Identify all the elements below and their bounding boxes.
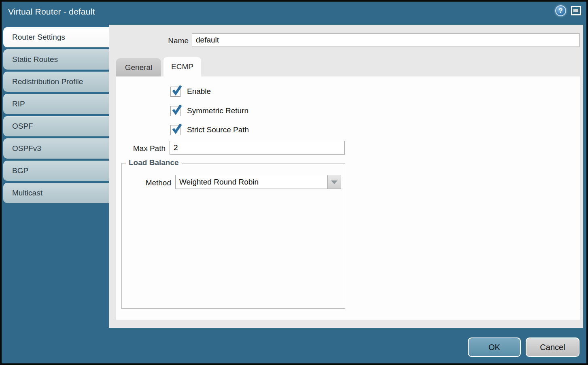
sidebar-item-static-routes[interactable]: Static Routes (3, 49, 109, 70)
strict-source-path-checkbox[interactable] (170, 125, 180, 135)
name-input[interactable] (192, 33, 580, 47)
sidebar-item-multicast[interactable]: Multicast (3, 183, 109, 203)
cancel-button[interactable]: Cancel (526, 337, 580, 357)
name-label: Name (109, 36, 189, 45)
dialog-title: Virtual Router - default (8, 7, 95, 17)
sidebar-item-ospf[interactable]: OSPF (3, 116, 109, 136)
sidebar-item-router-settings[interactable]: Router Settings (3, 27, 109, 47)
sidebar-item-ospfv3[interactable]: OSPFv3 (3, 138, 109, 159)
tab-ecmp[interactable]: ECMP (163, 57, 201, 76)
method-label: Method (122, 178, 171, 187)
sidebar-item-rip[interactable]: RIP (3, 94, 109, 114)
chevron-down-icon[interactable] (327, 175, 341, 189)
strict-source-path-row: Strict Source Path (170, 124, 249, 136)
ecmp-tab-content: Enable Symmetric Return Strict Source Pa… (116, 76, 580, 320)
main-panel: Name General ECMP Enable Symmetric Retur… (109, 25, 583, 328)
sidebar-item-bgp[interactable]: BGP (3, 161, 109, 181)
symmetric-return-label: Symmetric Return (187, 106, 248, 115)
enable-label: Enable (187, 87, 211, 96)
strict-source-path-label: Strict Source Path (187, 125, 249, 134)
method-dropdown (175, 175, 341, 189)
maximize-icon-inner (573, 9, 578, 12)
enable-checkbox[interactable] (170, 87, 180, 97)
max-path-label: Max Path (116, 144, 166, 153)
enable-row: Enable (170, 86, 211, 97)
load-balance-fieldset: Load Balance Method (121, 163, 345, 309)
sidebar: Router Settings Static Routes Redistribu… (3, 27, 109, 205)
help-icon[interactable]: ? (555, 5, 566, 16)
tab-general[interactable]: General (116, 58, 161, 76)
symmetric-return-checkbox[interactable] (170, 106, 180, 116)
max-path-input[interactable] (170, 141, 345, 155)
load-balance-legend: Load Balance (126, 158, 182, 167)
sidebar-item-redistribution-profile[interactable]: Redistribution Profile (3, 72, 109, 92)
method-input[interactable] (175, 175, 328, 189)
title-bar: Virtual Router - default ? (2, 2, 586, 23)
ok-button[interactable]: OK (468, 337, 521, 357)
maximize-icon[interactable] (571, 6, 581, 15)
symmetric-return-row: Symmetric Return (170, 105, 248, 117)
virtual-router-dialog: Virtual Router - default ? Router Settin… (0, 0, 588, 365)
